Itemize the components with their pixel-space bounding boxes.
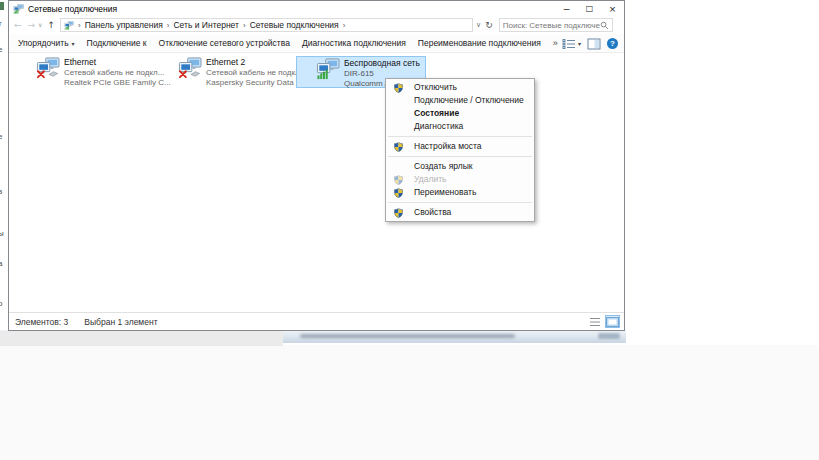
menu-separator <box>388 202 532 203</box>
connection-status: Сетевой кабель не подкл... <box>64 68 171 78</box>
ethernet-disconnected-icon <box>36 57 60 79</box>
minimize-button[interactable]: − <box>555 1 578 16</box>
uac-shield-icon <box>394 142 403 152</box>
breadcrumb-separator[interactable]: › <box>243 21 246 30</box>
edge-letter: о <box>0 300 2 308</box>
menu-item-create-shortcut[interactable]: Создать ярлык <box>386 160 534 173</box>
forward-button[interactable]: → <box>28 20 36 30</box>
selection-count: Выбран 1 элемент <box>84 317 157 327</box>
organize-label: Упорядочить <box>18 38 69 48</box>
chevron-down-icon: ▾ <box>72 40 75 47</box>
search-input[interactable]: Поиск: Сетевые подключения <box>499 18 613 32</box>
search-icon[interactable] <box>600 21 609 30</box>
address-dropdown-icon[interactable]: ∨ <box>476 20 481 30</box>
preview-pane-icon[interactable] <box>587 38 601 50</box>
refresh-icon[interactable]: ↻ <box>485 20 493 30</box>
connect-to-button[interactable]: Подключение к <box>87 38 147 48</box>
connection-item-ethernet[interactable]: Ethernet Сетевой кабель не подкл... Real… <box>36 57 171 87</box>
uac-shield-icon <box>394 208 403 218</box>
edge-icon-fragment <box>0 2 4 10</box>
disable-network-device-button[interactable]: Отключение сетевого устройства <box>159 38 290 48</box>
up-button[interactable]: ↑ <box>48 20 56 30</box>
menu-item-delete: Удалить <box>386 173 534 186</box>
location-icon <box>64 21 74 30</box>
diagnose-connection-button[interactable]: Диагностика подключения <box>302 38 406 48</box>
command-toolbar: Упорядочить ▾ Подключение к Отключение с… <box>9 34 624 53</box>
edge-letter: а <box>0 260 2 268</box>
ethernet-disconnected-icon <box>178 57 202 79</box>
menu-item-diagnose[interactable]: Диагностика <box>386 120 534 133</box>
menu-item-disconnect[interactable]: Отключить <box>386 81 534 94</box>
icons-view-icon <box>606 317 619 327</box>
menu-item-rename[interactable]: Переименовать <box>386 186 534 199</box>
menu-item-label: Создать ярлык <box>414 161 473 171</box>
address-bar[interactable]: › Панель управления › Сеть и Интернет › … <box>60 18 473 32</box>
toolbar-overflow-chevron[interactable]: » <box>553 38 558 48</box>
menu-separator <box>388 156 532 157</box>
help-icon[interactable]: ? <box>607 38 618 49</box>
left-edge-window-fragments: т е е в ы а о <box>0 0 7 331</box>
edge-letter: т <box>0 20 2 28</box>
address-bar-row: ← → ∨ ↑ › Панель управления › Сеть и Инт… <box>9 16 624 34</box>
window-title: Сетевые подключения <box>28 4 117 14</box>
menu-item-label: Состояние <box>414 108 459 118</box>
status-bar: Элементов: 3 Выбран 1 элемент <box>9 312 624 330</box>
breadcrumb-separator[interactable]: › <box>167 21 170 30</box>
background-window-gray-block <box>0 331 283 346</box>
edge-letter: ы <box>0 230 4 238</box>
blurred-text-redacted <box>300 334 515 338</box>
change-view-button[interactable]: ▾ <box>562 38 581 50</box>
menu-item-label: Настройка моста <box>414 141 482 151</box>
wireless-network-icon <box>316 58 340 80</box>
uac-shield-icon <box>394 188 403 198</box>
menu-item-properties[interactable]: Свойства <box>386 206 534 219</box>
context-menu: Отключить Подключение / Отключение Состо… <box>385 78 535 222</box>
menu-item-label: Свойства <box>414 207 451 217</box>
icons-view-button[interactable] <box>605 315 620 328</box>
screen: т е е в ы а о Сетевые подключения − □ × … <box>0 0 819 460</box>
items-count: Элементов: 3 <box>15 317 68 327</box>
breadcrumb-separator[interactable]: › <box>343 21 346 30</box>
menu-separator <box>388 136 532 137</box>
menu-item-label: Диагностика <box>414 121 463 131</box>
back-button[interactable]: ← <box>14 20 22 30</box>
uac-shield-icon <box>394 83 403 93</box>
menu-item-label: Удалить <box>414 174 446 184</box>
menu-item-connect-disconnect[interactable]: Подключение / Отключение <box>386 94 534 107</box>
uac-shield-icon <box>394 175 403 185</box>
menu-item-label: Переименовать <box>414 187 476 197</box>
close-button[interactable]: × <box>601 1 624 16</box>
desktop-background <box>0 345 819 460</box>
edge-letter: е <box>0 133 2 141</box>
menu-item-label: Отключить <box>414 82 457 92</box>
blurred-button-redacted <box>598 333 620 339</box>
menu-item-bridge-connections[interactable]: Настройка моста <box>386 140 534 153</box>
window-icon <box>13 4 24 14</box>
breadcrumb-network-internet[interactable]: Сеть и Интернет <box>173 20 238 30</box>
chevron-down-icon: ▾ <box>578 40 581 47</box>
details-view-icon <box>589 317 601 327</box>
history-dropdown-icon[interactable]: ∨ <box>38 20 42 30</box>
rename-connection-button[interactable]: Переименование подключения <box>418 38 541 48</box>
maximize-button[interactable]: □ <box>578 1 601 16</box>
connection-name: Ethernet <box>64 57 171 68</box>
title-bar[interactable]: Сетевые подключения − □ × <box>9 1 624 16</box>
organize-button[interactable]: Упорядочить ▾ <box>18 38 75 48</box>
details-view-button[interactable] <box>587 315 602 328</box>
edge-letter: в <box>0 188 2 196</box>
connection-device: Realtek PCIe GBE Family C... <box>64 78 171 88</box>
menu-item-status[interactable]: Состояние <box>386 107 534 120</box>
menu-item-label: Подключение / Отключение <box>414 95 524 105</box>
breadcrumb-separator: › <box>78 21 81 30</box>
edge-letter: е <box>0 46 2 54</box>
list-view-icon <box>562 38 576 50</box>
breadcrumb-network-connections[interactable]: Сетевые подключения <box>250 20 339 30</box>
connection-name: Беспроводная сеть <box>344 58 420 69</box>
search-placeholder: Поиск: Сетевые подключения <box>503 21 600 30</box>
breadcrumb-control-panel[interactable]: Панель управления <box>85 20 163 30</box>
